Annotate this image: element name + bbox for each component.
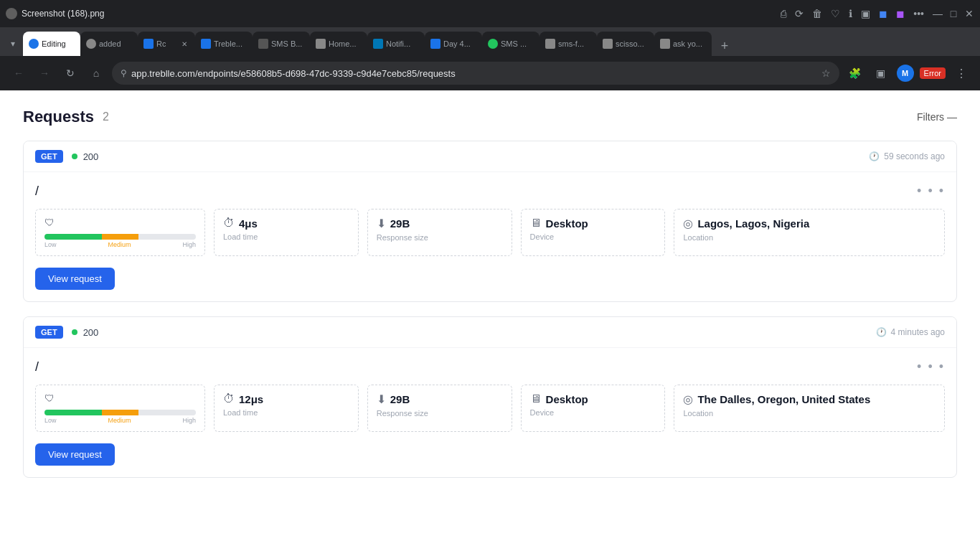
download-icon-2: ⬇ [377,392,386,406]
tab-label-rc: Rc [156,39,166,48]
page-title-container: Requests 2 [23,108,109,126]
menu-button[interactable]: ⋮ [951,63,971,83]
tab-treblle[interactable]: Treble... [195,32,253,56]
tab-editing[interactable]: Editing [23,32,80,56]
load-time-metric-1: ⏱ 4μs Load time [214,209,359,256]
present-icon[interactable]: ▣ [861,8,870,19]
page-header: Requests 2 Filters — [23,108,957,126]
error-badge[interactable]: Error [920,67,946,79]
bar-gray-2 [138,410,196,415]
screenshot-icon[interactable]: ⎙ [781,8,786,19]
load-bar-container-2: Low Medium High [44,410,196,424]
bar-label-medium-2: Medium [108,417,131,424]
location-icon-1: ◎ [683,217,693,230]
device-label-1: Device [530,232,555,241]
title-bar-left: Screenshot (168).png [6,8,104,19]
card-header-1: GET 200 🕐 59 seconds ago [24,141,956,172]
heart-icon[interactable]: ♡ [831,8,840,19]
tab-dropdown[interactable]: ▾ [3,32,23,56]
address-right: ☆ [821,67,831,79]
load-time-value-1: 4μs [239,217,258,230]
tab-home[interactable]: Home... [310,32,367,56]
location-label-2: Location [683,409,713,418]
close-button[interactable]: ✕ [964,9,974,19]
filters-button[interactable]: Filters — [917,111,957,123]
bar-orange-1 [102,234,138,240]
view-request-button-2[interactable]: View request [35,443,115,466]
home-button[interactable]: ⌂ [86,63,106,83]
more-button-2[interactable]: • • • [917,359,945,375]
bar-label-low-2: Low [44,417,57,424]
device-label-2: Device [530,408,555,417]
new-tab-button[interactable]: + [715,36,735,56]
star-icon[interactable]: ☆ [821,67,831,79]
card-header-right-1: 🕐 59 seconds ago [869,151,945,161]
tab-rc[interactable]: Rc ✕ [138,32,195,56]
tab-favicon-home [316,39,326,49]
tab-sms-b[interactable]: SMS B... [253,32,310,56]
maximize-button[interactable]: □ [948,9,958,19]
status-code-1: 200 [83,151,99,162]
method-badge-1: GET [35,150,63,163]
page-title: Requests [23,108,94,126]
blue-icon[interactable]: ◼ [879,8,887,19]
profile-avatar[interactable]: M [897,65,914,82]
extensions-button[interactable]: 🧩 [845,63,865,83]
minimize-button[interactable]: — [933,9,943,19]
back-button[interactable]: ← [9,63,29,83]
tab-added[interactable]: added [80,32,138,56]
security-metric-header-1: 🛡 [44,217,55,228]
lock-icon: ⚲ [121,68,127,78]
timestamp-2: 4 minutes ago [891,327,945,337]
device-header-1: 🖥 Desktop [530,217,588,230]
share-icon[interactable]: ⟳ [795,8,804,19]
bar-labels-1: Low Medium High [44,241,196,248]
endpoint-path-1: / • • • [35,184,945,199]
card-body-1: / • • • 🛡 [24,172,956,301]
device-value-1: Desktop [546,217,588,230]
path-text-1: / [35,184,39,199]
monitor-icon-1: 🖥 [530,217,542,230]
path-text-2: / [35,359,39,375]
response-size-header-1: ⬇ 29B [377,217,410,230]
forward-button[interactable]: → [34,63,55,83]
tab-label-sms-b: SMS B... [271,39,302,48]
status-dot-2 [72,329,77,335]
download-icon-1: ⬇ [377,217,386,230]
tab-bar: ▾ Editing added Rc ✕ Treble... SMS B... … [0,27,980,56]
tab-favicon-scisso [603,39,613,49]
tab-smsf[interactable]: sms-f... [540,32,597,56]
tab-sms2[interactable]: SMS ... [482,32,540,56]
refresh-button[interactable]: ↻ [60,63,80,83]
address-input-container[interactable]: ⚲ app.treblle.com/endpoints/e58608b5-d69… [112,62,839,85]
window-controls: — □ ✕ [933,9,974,19]
layout-button[interactable]: ▣ [871,63,891,83]
tab-label-ask: ask yo... [673,39,702,48]
card-body-2: / • • • 🛡 [24,348,956,477]
tab-notifi[interactable]: Notifi... [367,32,425,56]
location-metric-2: ◎ The Dalles, Oregon, United States Loca… [674,385,945,432]
load-time-label-2: Load time [223,408,258,417]
tab-close-rc[interactable]: ✕ [179,39,189,49]
delete-icon[interactable]: 🗑 [812,8,822,19]
tab-favicon-sms-b [258,39,268,49]
tab-favicon-rc [143,39,154,49]
tab-label-sms2: SMS ... [501,39,527,48]
title-bar: Screenshot (168).png ⎙ ⟳ 🗑 ♡ ℹ ▣ ◼ ◼ •••… [0,0,980,27]
view-request-button-1[interactable]: View request [35,268,115,290]
device-header-2: 🖥 Desktop [530,392,588,405]
load-bar-1 [44,234,196,240]
timer-icon-2: ⏱ [223,392,235,405]
response-size-value-2: 29B [390,393,410,405]
card-header-2: GET 200 🕐 4 minutes ago [24,317,956,348]
purple-icon[interactable]: ◼ [896,8,905,19]
response-size-label-2: Response size [377,409,428,418]
more-icon[interactable]: ••• [913,8,924,19]
tab-ask[interactable]: ask yo... [654,32,712,56]
security-metric-header-2: 🛡 [44,392,55,404]
tab-scisso[interactable]: scisso... [597,32,654,56]
bar-orange-2 [102,410,138,415]
info-icon[interactable]: ℹ [849,8,852,19]
tab-day4[interactable]: Day 4... [425,32,482,56]
more-button-1[interactable]: • • • [917,184,945,199]
